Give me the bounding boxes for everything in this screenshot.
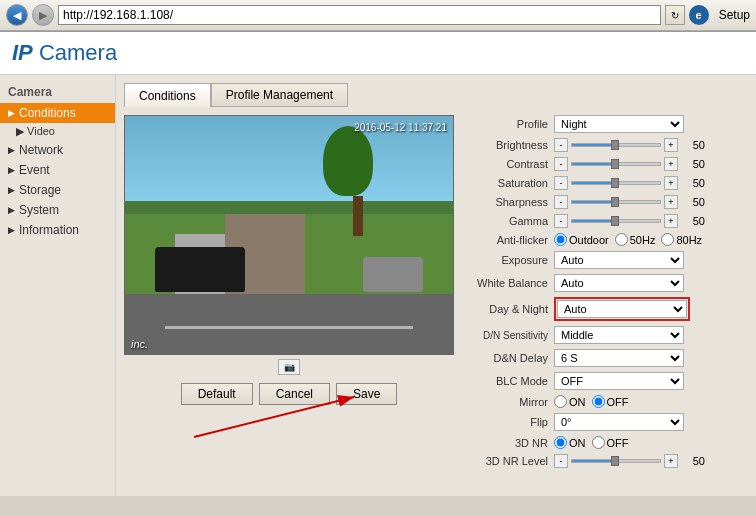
nr3d-level-label: 3D NR Level [464, 455, 554, 467]
gamma-plus[interactable]: + [664, 214, 678, 228]
mirror-label: Mirror [464, 396, 554, 408]
antiflicker-80hz-radio[interactable] [661, 233, 674, 246]
sidebar-label-event: Event [19, 163, 50, 177]
tab-conditions[interactable]: Conditions [124, 83, 211, 107]
tab-profile-management[interactable]: Profile Management [211, 83, 348, 107]
brightness-row: Brightness - + 50 [464, 138, 748, 152]
camera-view: 2016-05-12 11:37:21 inc. [124, 115, 454, 355]
nr3d-on-label: ON [569, 437, 586, 449]
saturation-row: Saturation - + 50 [464, 176, 748, 190]
arrow-icon-storage: ▶ [8, 185, 15, 195]
sidebar-item-storage[interactable]: ▶ Storage [0, 180, 115, 200]
white-balance-label: White Balance [464, 277, 554, 289]
camera-icon-box[interactable]: 📷 [278, 359, 300, 375]
dn-delay-row: D&N Delay 6 S [464, 349, 748, 367]
sidebar-label-information: Information [19, 223, 79, 237]
arrow-icon-event: ▶ [8, 165, 15, 175]
contrast-label: Contrast [464, 158, 554, 170]
profile-label: Profile [464, 118, 554, 130]
gamma-minus[interactable]: - [554, 214, 568, 228]
contrast-plus[interactable]: + [664, 157, 678, 171]
profile-row: Profile Night [464, 115, 748, 133]
brightness-minus[interactable]: - [554, 138, 568, 152]
exposure-label: Exposure [464, 254, 554, 266]
brightness-plus[interactable]: + [664, 138, 678, 152]
svg-line-1 [194, 397, 354, 437]
mirror-off-label: OFF [607, 396, 629, 408]
refresh-button[interactable]: ↻ [665, 5, 685, 25]
exposure-row: Exposure Auto [464, 251, 748, 269]
main-content: Conditions Profile Management [116, 75, 756, 496]
sharpness-track[interactable] [571, 200, 661, 204]
day-night-select[interactable]: Auto [557, 300, 687, 318]
sidebar-item-conditions[interactable]: ▶ Conditions [0, 103, 115, 123]
sidebar-category-camera: Camera [0, 81, 115, 103]
camera-logo: inc. [131, 338, 148, 350]
blc-mode-select[interactable]: OFF [554, 372, 684, 390]
brightness-track[interactable] [571, 143, 661, 147]
tab-bar: Conditions Profile Management [124, 83, 748, 107]
sidebar-item-network[interactable]: ▶ Network [0, 140, 115, 160]
app-title-rest: Camera [33, 40, 117, 65]
blc-mode-label: BLC Mode [464, 375, 554, 387]
gamma-row: Gamma - + 50 [464, 214, 748, 228]
forward-button[interactable]: ▶ [32, 4, 54, 26]
antiflicker-label: Anti-flicker [464, 234, 554, 246]
nr3d-level-minus[interactable]: - [554, 454, 568, 468]
nr3d-on-radio[interactable] [554, 436, 567, 449]
saturation-plus[interactable]: + [664, 176, 678, 190]
sidebar-item-video[interactable]: ▶ Video [0, 123, 115, 140]
gamma-track[interactable] [571, 219, 661, 223]
saturation-minus[interactable]: - [554, 176, 568, 190]
dn-delay-select[interactable]: 6 S [554, 349, 684, 367]
blc-mode-row: BLC Mode OFF [464, 372, 748, 390]
day-night-row: Day & Night Auto [464, 297, 748, 321]
nr3d-level-track[interactable] [571, 459, 661, 463]
nr3d-off-label: OFF [607, 437, 629, 449]
saturation-track[interactable] [571, 181, 661, 185]
antiflicker-50hz-label: 50Hz [630, 234, 656, 246]
sharpness-minus[interactable]: - [554, 195, 568, 209]
gamma-label: Gamma [464, 215, 554, 227]
brightness-value: 50 [681, 139, 705, 151]
red-arrow-annotation [174, 387, 404, 447]
nr3d-level-plus[interactable]: + [664, 454, 678, 468]
arrow-icon: ▶ [8, 108, 15, 118]
exposure-select[interactable]: Auto [554, 251, 684, 269]
nr3d-label: 3D NR [464, 437, 554, 449]
gamma-value: 50 [681, 215, 705, 227]
app-title-ip: IP [12, 40, 33, 65]
antiflicker-outdoor-radio[interactable] [554, 233, 567, 246]
flip-select[interactable]: 0° [554, 413, 684, 431]
day-night-label: Day & Night [464, 303, 554, 315]
sharpness-plus[interactable]: + [664, 195, 678, 209]
sidebar-label-system: System [19, 203, 59, 217]
contrast-minus[interactable]: - [554, 157, 568, 171]
mirror-on-radio[interactable] [554, 395, 567, 408]
flip-label: Flip [464, 416, 554, 428]
mirror-off-radio[interactable] [592, 395, 605, 408]
saturation-label: Saturation [464, 177, 554, 189]
antiflicker-50hz-radio[interactable] [615, 233, 628, 246]
sensitivity-row: D/N Sensitivity Middle [464, 326, 748, 344]
saturation-value: 50 [681, 177, 705, 189]
address-bar[interactable] [58, 5, 661, 25]
sidebar-item-event[interactable]: ▶ Event [0, 160, 115, 180]
white-balance-select[interactable]: Auto [554, 274, 684, 292]
mirror-row: Mirror ON OFF [464, 395, 748, 408]
nr3d-off-radio[interactable] [592, 436, 605, 449]
camera-timestamp: 2016-05-12 11:37:21 [354, 122, 447, 133]
back-button[interactable]: ◀ [6, 4, 28, 26]
arrow-icon-video: ▶ [16, 125, 24, 137]
antiflicker-row: Anti-flicker Outdoor 50Hz [464, 233, 748, 246]
sensitivity-select[interactable]: Middle [554, 326, 684, 344]
white-balance-row: White Balance Auto [464, 274, 748, 292]
sidebar-label-conditions: Conditions [19, 106, 76, 120]
profile-select[interactable]: Night [554, 115, 684, 133]
day-night-highlight: Auto [554, 297, 690, 321]
sidebar-item-system[interactable]: ▶ System [0, 200, 115, 220]
contrast-track[interactable] [571, 162, 661, 166]
contrast-row: Contrast - + 50 [464, 157, 748, 171]
sidebar-item-information[interactable]: ▶ Information [0, 220, 115, 240]
contrast-value: 50 [681, 158, 705, 170]
